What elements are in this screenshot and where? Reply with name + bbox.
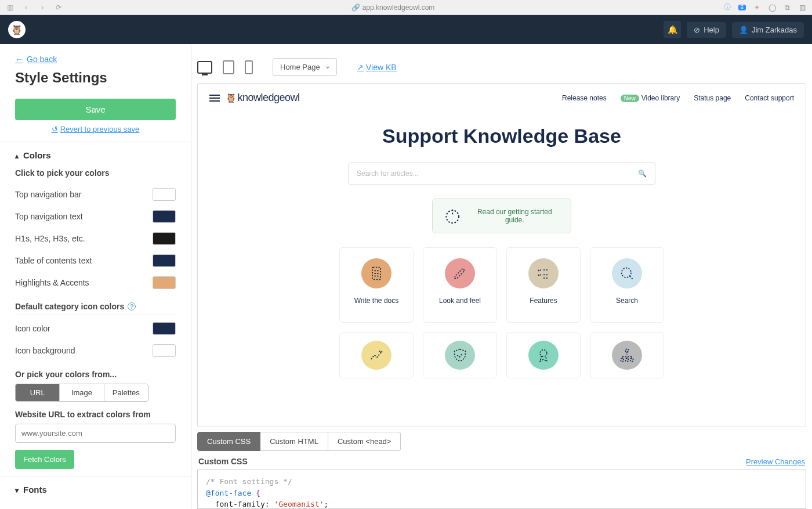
save-button[interactable]: Save bbox=[15, 99, 176, 120]
help-button[interactable]: ⊘ Help bbox=[687, 22, 726, 38]
go-back-link[interactable]: ← Go back bbox=[15, 55, 57, 64]
url-extract-label: Website URL to extract colors from bbox=[0, 410, 191, 424]
seg-image[interactable]: Image bbox=[60, 384, 104, 401]
external-link-icon: ↗ bbox=[357, 63, 364, 72]
tabs-icon[interactable]: ▥ bbox=[798, 3, 806, 12]
category-label: Write the docs bbox=[354, 297, 398, 305]
color-swatch-accents[interactable] bbox=[153, 276, 176, 289]
search-input[interactable]: Search for articles... 🔍 bbox=[348, 163, 655, 185]
color-swatch-toc[interactable] bbox=[153, 254, 176, 267]
pick-colors-heading: Click to pick your colors bbox=[0, 168, 191, 183]
color-label: Top navigation text bbox=[15, 212, 83, 221]
preview-navbar: 🦉 knowledgeowl Release notes NewVideo li… bbox=[198, 84, 806, 110]
category-label: Features bbox=[530, 297, 557, 305]
app-logo-icon[interactable]: 🦉 bbox=[8, 21, 26, 38]
svg-rect-14 bbox=[626, 359, 629, 362]
ext1-icon[interactable]: ✦ bbox=[753, 3, 761, 12]
preview-changes-link[interactable]: Preview Changes bbox=[746, 457, 805, 466]
color-row: Top navigation bar bbox=[0, 183, 191, 205]
ext2-icon[interactable]: ◯ bbox=[768, 3, 776, 12]
color-swatch-topnavbar[interactable] bbox=[153, 188, 176, 201]
chrome-right-buttons: ⓘ ⠿ ✦ ◯ ⧉ ▥ bbox=[723, 3, 806, 12]
url-bar[interactable]: 🔗 app.knowledgeowl.com bbox=[70, 3, 716, 12]
refresh-icon[interactable]: ⟳ bbox=[55, 3, 63, 12]
revert-link[interactable]: ↺ Revert to previous save bbox=[0, 125, 191, 133]
sidebar-toggle-icon[interactable]: ▥ bbox=[6, 3, 14, 12]
search-placeholder: Search for articles... bbox=[357, 169, 419, 178]
category-grid: Write the docs Look and feel Features bbox=[198, 247, 806, 388]
category-card-search[interactable]: Search bbox=[590, 247, 664, 323]
info-icon[interactable]: ⓘ bbox=[723, 3, 731, 12]
seg-url[interactable]: URL bbox=[16, 384, 60, 401]
colors-section-toggle[interactable]: Colors bbox=[0, 142, 191, 168]
device-tablet-icon[interactable] bbox=[223, 60, 234, 74]
fetch-colors-button[interactable]: Fetch Colors bbox=[15, 450, 74, 469]
color-label: Top navigation bar bbox=[15, 190, 81, 199]
user-menu-button[interactable]: 👤 Jim Zarkadas bbox=[732, 22, 804, 38]
kb-title: Support Knowledge Base bbox=[198, 125, 806, 147]
category-card-features[interactable]: Features bbox=[506, 247, 581, 323]
nav-status-page[interactable]: Status page bbox=[694, 94, 731, 102]
or-pick-heading: Or pick your colors from... bbox=[0, 362, 191, 384]
svg-rect-2 bbox=[372, 268, 380, 280]
device-desktop-icon[interactable] bbox=[197, 61, 212, 74]
nav-contact-support[interactable]: Contact support bbox=[745, 94, 794, 102]
tab-custom-css[interactable]: Custom CSS bbox=[197, 432, 260, 451]
color-label: Highlights & Accents bbox=[15, 278, 89, 287]
website-url-input[interactable] bbox=[15, 424, 176, 443]
pencil-icon bbox=[452, 265, 468, 281]
svg-line-10 bbox=[630, 276, 633, 280]
code-editor[interactable]: /* Font settings */ @font-face { font-fa… bbox=[197, 470, 806, 509]
power-icon bbox=[443, 206, 462, 226]
color-label: H1s, H2s, H3s, etc. bbox=[15, 234, 85, 243]
svg-point-9 bbox=[622, 268, 631, 277]
colors-section-label: Colors bbox=[23, 150, 51, 160]
color-row: Table of contents text bbox=[0, 250, 191, 272]
code-section-heading: Custom CSS bbox=[198, 457, 248, 466]
extension-badge[interactable]: ⠿ bbox=[738, 5, 746, 10]
preview-frame: 🦉 knowledgeowl Release notes NewVideo li… bbox=[197, 83, 806, 427]
preview-toolbar: Home Page ↗ View KB bbox=[191, 44, 812, 83]
tab-custom-head[interactable]: Custom <head> bbox=[328, 432, 401, 451]
svg-rect-13 bbox=[621, 359, 624, 362]
category-label: Search bbox=[616, 297, 638, 305]
ext3-icon[interactable]: ⧉ bbox=[783, 3, 791, 12]
category-card[interactable] bbox=[590, 332, 664, 378]
nav-release-notes[interactable]: Release notes bbox=[562, 94, 607, 102]
user-icon: 👤 bbox=[739, 26, 748, 34]
view-kb-link[interactable]: ↗ View KB bbox=[357, 63, 397, 72]
hamburger-icon[interactable] bbox=[209, 95, 220, 102]
bell-icon: 🔔 bbox=[668, 25, 677, 34]
getting-started-callout[interactable]: Read our getting started guide. bbox=[432, 198, 571, 233]
notifications-button[interactable]: 🔔 bbox=[664, 21, 681, 38]
category-label: Look and feel bbox=[439, 297, 481, 305]
app-header: 🦉 🔔 ⊘ Help 👤 Jim Zarkadas bbox=[0, 15, 812, 44]
icon-color-row: Icon background bbox=[0, 340, 191, 362]
tab-custom-html[interactable]: Custom HTML bbox=[260, 432, 328, 451]
seg-palettes[interactable]: Palettes bbox=[104, 384, 148, 401]
nav-video-library[interactable]: NewVideo library bbox=[621, 94, 680, 102]
help-tooltip-icon[interactable]: ? bbox=[128, 302, 136, 311]
color-swatch-topnavtext[interactable] bbox=[153, 210, 176, 223]
color-swatch-iconbg[interactable] bbox=[153, 344, 176, 357]
color-swatch-iconcolor[interactable] bbox=[153, 322, 176, 335]
lock-icon: 🔗 bbox=[351, 3, 360, 12]
category-card[interactable] bbox=[506, 332, 581, 378]
fonts-section-toggle[interactable]: Fonts bbox=[0, 476, 191, 503]
device-phone-icon[interactable] bbox=[245, 60, 253, 74]
color-swatch-headings[interactable] bbox=[153, 232, 176, 245]
category-card[interactable] bbox=[339, 332, 414, 378]
back-arrow-icon[interactable]: ‹ bbox=[22, 3, 30, 12]
svg-rect-12 bbox=[626, 349, 629, 352]
brand-logo[interactable]: 🦉 knowledgeowl bbox=[226, 92, 300, 104]
forward-arrow-icon[interactable]: › bbox=[38, 3, 46, 12]
color-label: Icon background bbox=[15, 346, 75, 355]
svg-rect-15 bbox=[630, 359, 633, 362]
category-card-docs[interactable]: Write the docs bbox=[339, 247, 414, 323]
category-card[interactable] bbox=[423, 332, 497, 378]
magnifier-icon bbox=[619, 265, 635, 281]
color-source-segment: URL Image Palettes bbox=[15, 384, 148, 402]
category-card-look[interactable]: Look and feel bbox=[423, 247, 497, 323]
arrow-left-icon: ← bbox=[15, 55, 23, 64]
page-select[interactable]: Home Page bbox=[273, 58, 337, 76]
